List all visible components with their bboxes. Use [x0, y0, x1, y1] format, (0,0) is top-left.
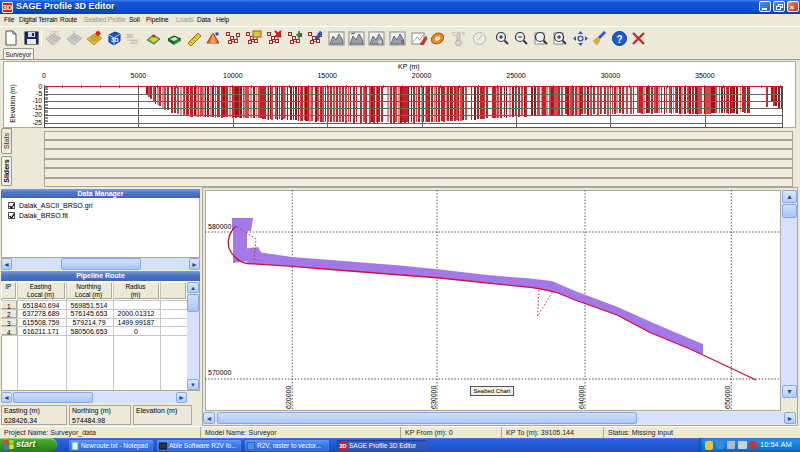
- svg-text:630000: 630000: [430, 386, 437, 409]
- svg-text:640000: 640000: [578, 386, 585, 409]
- svg-text:650000: 650000: [724, 386, 731, 409]
- svg-text:620000: 620000: [285, 386, 292, 409]
